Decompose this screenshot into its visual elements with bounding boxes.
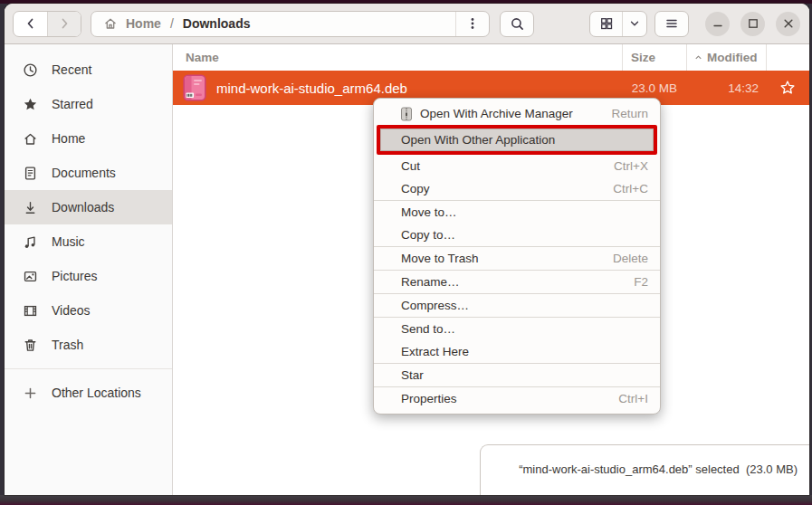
sidebar-item-documents[interactable]: Documents xyxy=(5,156,172,190)
file-list-pane: Name Size Modified xyxy=(173,44,809,495)
menu-item-label: Open With Archive Manager xyxy=(420,107,573,120)
annotated-menu-item-wrap: Open With Other Application xyxy=(374,129,660,151)
menu-item-compress[interactable]: Compress… xyxy=(374,294,660,317)
trash-icon xyxy=(23,338,38,353)
selection-status-bar: “mind-work-ai-studio_arm64.deb” selected… xyxy=(480,444,809,495)
breadcrumb-current[interactable]: Downloads xyxy=(183,16,251,31)
chevron-down-icon xyxy=(628,17,641,30)
menu-item-label: Cut xyxy=(401,159,420,173)
archive-manager-icon xyxy=(400,107,413,121)
sidebar-item-other-locations[interactable]: Other Locations xyxy=(5,376,172,410)
maximize-button[interactable] xyxy=(740,12,765,36)
desktop-edge-bottom xyxy=(0,495,812,505)
sidebar-item-pictures[interactable]: Pictures xyxy=(5,259,172,293)
selection-status-text: “mind-work-ai-studio_arm64.deb” selected… xyxy=(519,462,798,476)
menu-item-copy[interactable]: Copy Ctrl+C xyxy=(374,177,660,200)
starred-icon xyxy=(23,97,38,112)
menu-item-label: Open With Other Application xyxy=(401,133,555,147)
column-header-size[interactable]: Size xyxy=(622,44,686,71)
chevron-left-icon xyxy=(24,16,38,31)
menu-item-open-with-archive-manager[interactable]: Open With Archive Manager Return xyxy=(374,102,660,125)
column-header-name[interactable]: Name xyxy=(173,44,622,71)
music-icon xyxy=(23,234,38,250)
star-toggle[interactable] xyxy=(766,80,809,96)
hamburger-icon xyxy=(664,16,679,31)
files-window: Home / Downloads xyxy=(5,4,809,495)
menu-item-label: Rename… xyxy=(401,275,460,289)
sidebar-item-trash[interactable]: Trash xyxy=(5,328,172,362)
menu-item-label: Move to Trash xyxy=(401,252,479,265)
menu-item-star[interactable]: Star xyxy=(374,364,660,386)
menu-item-send-to[interactable]: Send to… xyxy=(374,318,660,340)
location-menu-button[interactable] xyxy=(455,12,489,36)
forward-button[interactable] xyxy=(47,12,81,36)
menu-item-move-to[interactable]: Move to… xyxy=(374,201,660,224)
column-header-modified[interactable]: Modified xyxy=(686,44,766,71)
sidebar-item-starred[interactable]: Starred xyxy=(5,87,172,121)
menu-item-label: Copy to… xyxy=(401,228,455,242)
menu-item-accel: Ctrl+I xyxy=(618,392,648,405)
menu-item-cut[interactable]: Cut Ctrl+X xyxy=(374,155,660,177)
menu-item-rename[interactable]: Rename… F2 xyxy=(374,271,660,293)
menu-item-label: Move to… xyxy=(401,205,457,219)
menu-item-label: Extract Here xyxy=(401,345,469,358)
plus-icon xyxy=(23,386,38,401)
grid-view-icon xyxy=(599,16,614,31)
minimize-icon xyxy=(712,18,723,29)
sidebar-item-videos[interactable]: Videos xyxy=(5,293,172,328)
menu-item-extract-here[interactable]: Extract Here xyxy=(374,340,660,363)
sidebar-item-downloads[interactable]: Downloads xyxy=(5,190,172,224)
menu-item-label: Send to… xyxy=(401,322,455,336)
window-body: Recent Starred Home Documents Downloads … xyxy=(5,44,809,495)
menu-item-accel: Return xyxy=(611,107,648,120)
file-modified: 14:32 xyxy=(686,81,766,95)
kebab-menu-icon xyxy=(465,16,480,31)
minimize-button[interactable] xyxy=(705,12,730,36)
sort-ascending-icon xyxy=(693,52,703,62)
menu-item-accel: Ctrl+C xyxy=(613,182,648,195)
close-button[interactable] xyxy=(776,12,800,36)
sidebar-item-label: Trash xyxy=(52,338,83,352)
sidebar-item-label: Downloads xyxy=(52,200,114,214)
documents-icon xyxy=(23,166,38,181)
menu-item-move-to-trash[interactable]: Move to Trash Delete xyxy=(374,247,660,270)
sidebar-item-label: Videos xyxy=(52,303,91,318)
view-options-dropdown[interactable] xyxy=(623,12,646,36)
home-icon xyxy=(103,16,118,31)
menu-item-accel: F2 xyxy=(634,275,648,289)
context-menu: Open With Archive Manager Return Open Wi… xyxy=(373,98,661,414)
sidebar-item-home[interactable]: Home xyxy=(5,121,172,156)
recent-icon xyxy=(23,62,38,78)
sidebar: Recent Starred Home Documents Downloads … xyxy=(5,44,173,495)
menu-item-properties[interactable]: Properties Ctrl+I xyxy=(374,387,660,410)
app-menu-button[interactable] xyxy=(654,11,689,37)
deb-package-icon xyxy=(183,74,206,101)
menu-item-label: Compress… xyxy=(401,299,469,312)
maximize-icon xyxy=(748,18,759,29)
grid-view-button[interactable] xyxy=(590,12,623,36)
path-bar[interactable]: Home / Downloads xyxy=(91,11,490,37)
sidebar-item-label: Pictures xyxy=(52,269,98,283)
menu-item-open-with-other-application[interactable]: Open With Other Application xyxy=(380,129,654,151)
search-icon xyxy=(510,16,525,32)
nav-button-group xyxy=(13,11,81,37)
star-outline-icon xyxy=(779,80,796,96)
list-header: Name Size Modified xyxy=(173,44,809,71)
search-button[interactable] xyxy=(500,11,534,37)
file-size: 23.0 MB xyxy=(622,81,686,95)
breadcrumb-home[interactable]: Home xyxy=(126,16,161,31)
sidebar-item-label: Recent xyxy=(52,62,91,77)
menu-item-label: Copy xyxy=(401,182,430,195)
videos-icon xyxy=(23,303,38,319)
sidebar-item-recent[interactable]: Recent xyxy=(5,52,172,87)
sidebar-item-label: Music xyxy=(52,234,85,249)
downloads-icon xyxy=(23,200,38,215)
titlebar: Home / Downloads xyxy=(5,4,809,44)
menu-item-copy-to[interactable]: Copy to… xyxy=(374,224,660,246)
view-toggle-split-button xyxy=(589,11,647,37)
sidebar-item-music[interactable]: Music xyxy=(5,224,172,259)
sidebar-separator xyxy=(5,368,172,369)
close-icon xyxy=(783,18,794,29)
column-header-star[interactable] xyxy=(766,44,809,71)
back-button[interactable] xyxy=(14,12,47,36)
